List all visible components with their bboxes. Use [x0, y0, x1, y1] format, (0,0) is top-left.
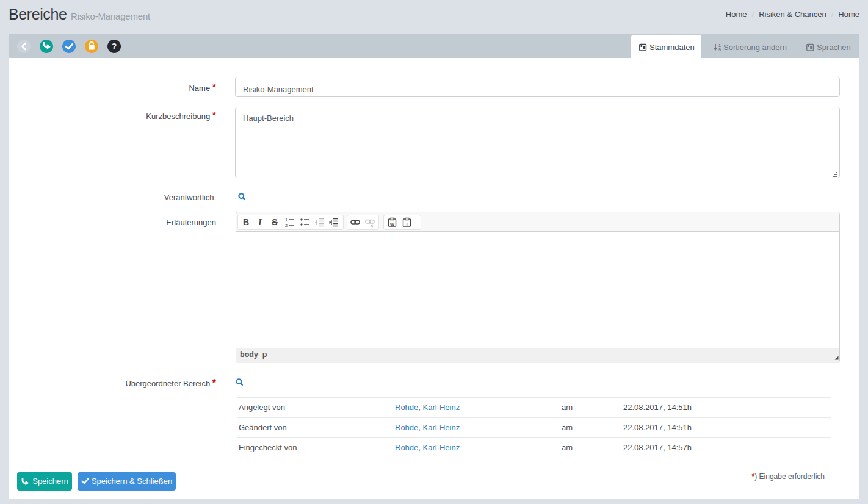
svg-text:2: 2	[285, 223, 288, 228]
svg-text:?: ?	[112, 41, 117, 51]
svg-text:I: I	[258, 217, 262, 227]
svg-text:9: 9	[718, 48, 721, 51]
svg-text:1: 1	[718, 43, 721, 48]
svg-text:W: W	[390, 221, 395, 227]
svg-text:1: 1	[285, 217, 288, 223]
svg-text:B: B	[243, 217, 249, 227]
svg-text:S: S	[272, 217, 277, 227]
svg-text:T: T	[405, 221, 408, 227]
